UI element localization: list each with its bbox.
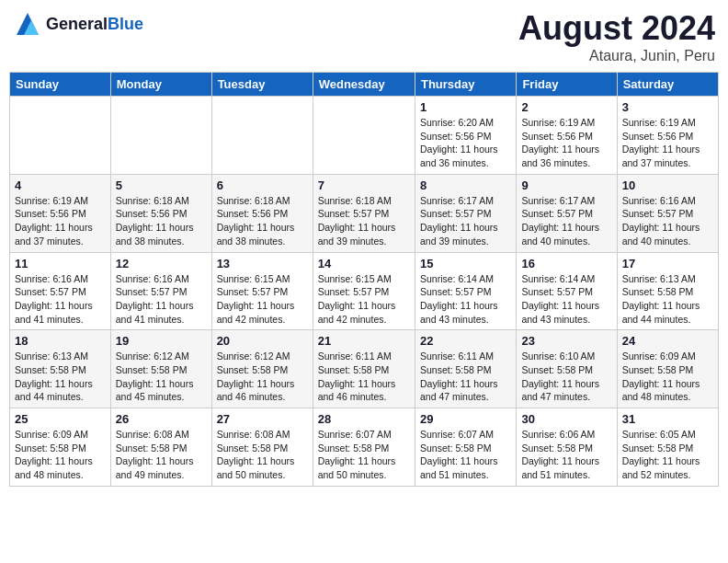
day-info: Sunrise: 6:15 AM Sunset: 5:57 PM Dayligh…	[318, 272, 410, 327]
day-info: Sunrise: 6:06 AM Sunset: 5:58 PM Dayligh…	[521, 428, 611, 482]
col-wednesday: Wednesday	[313, 73, 415, 97]
col-monday: Monday	[110, 73, 211, 97]
calendar-week-row: 11Sunrise: 6:16 AM Sunset: 5:57 PM Dayli…	[10, 252, 719, 330]
day-info: Sunrise: 6:18 AM Sunset: 5:56 PM Dayligh…	[116, 194, 207, 248]
calendar-week-row: 25Sunrise: 6:09 AM Sunset: 5:58 PM Dayli…	[10, 408, 719, 487]
day-info: Sunrise: 6:12 AM Sunset: 5:58 PM Dayligh…	[217, 350, 308, 404]
table-row: 17Sunrise: 6:13 AM Sunset: 5:58 PM Dayli…	[617, 252, 718, 330]
day-info: Sunrise: 6:08 AM Sunset: 5:58 PM Dayligh…	[217, 428, 308, 482]
logo-blue-text: Blue	[108, 15, 143, 33]
day-number: 11	[15, 257, 106, 270]
day-number: 27	[217, 412, 308, 426]
title-block: August 2024 Ataura, Junin, Peru	[518, 9, 715, 64]
day-number: 25	[15, 412, 106, 426]
day-info: Sunrise: 6:19 AM Sunset: 5:56 PM Dayligh…	[622, 116, 713, 170]
day-number: 5	[116, 178, 207, 192]
day-number: 14	[318, 257, 410, 270]
table-row: 7Sunrise: 6:18 AM Sunset: 5:57 PM Daylig…	[313, 174, 415, 252]
day-number: 19	[116, 334, 207, 348]
day-info: Sunrise: 6:18 AM Sunset: 5:57 PM Dayligh…	[318, 194, 410, 248]
day-number: 24	[622, 334, 713, 348]
day-info: Sunrise: 6:13 AM Sunset: 5:58 PM Dayligh…	[15, 350, 106, 404]
col-sunday: Sunday	[10, 73, 111, 97]
day-info: Sunrise: 6:17 AM Sunset: 5:57 PM Dayligh…	[521, 194, 611, 248]
col-friday: Friday	[517, 73, 617, 97]
table-row: 12Sunrise: 6:16 AM Sunset: 5:57 PM Dayli…	[110, 252, 211, 330]
day-number: 8	[420, 178, 511, 192]
day-number: 30	[521, 412, 611, 426]
day-number: 28	[318, 412, 410, 426]
table-row: 3Sunrise: 6:19 AM Sunset: 5:56 PM Daylig…	[617, 97, 718, 175]
day-info: Sunrise: 6:15 AM Sunset: 5:57 PM Dayligh…	[217, 272, 308, 327]
table-row: 29Sunrise: 6:07 AM Sunset: 5:58 PM Dayli…	[415, 408, 516, 487]
day-number: 13	[217, 257, 308, 270]
day-info: Sunrise: 6:09 AM Sunset: 5:58 PM Dayligh…	[622, 350, 713, 404]
table-row	[211, 97, 313, 175]
table-row: 14Sunrise: 6:15 AM Sunset: 5:57 PM Dayli…	[313, 252, 415, 330]
day-info: Sunrise: 6:17 AM Sunset: 5:57 PM Dayligh…	[420, 194, 511, 248]
page-header: GeneralBlue August 2024 Ataura, Junin, P…	[9, 9, 719, 64]
table-row: 16Sunrise: 6:14 AM Sunset: 5:57 PM Dayli…	[517, 252, 617, 330]
day-info: Sunrise: 6:09 AM Sunset: 5:58 PM Dayligh…	[15, 428, 106, 482]
table-row: 19Sunrise: 6:12 AM Sunset: 5:58 PM Dayli…	[110, 330, 211, 408]
day-number: 9	[521, 178, 611, 192]
table-row: 5Sunrise: 6:18 AM Sunset: 5:56 PM Daylig…	[110, 174, 211, 252]
day-number: 2	[521, 100, 611, 114]
table-row: 18Sunrise: 6:13 AM Sunset: 5:58 PM Dayli…	[10, 330, 111, 408]
calendar-header-row: Sunday Monday Tuesday Wednesday Thursday…	[10, 73, 719, 97]
table-row: 26Sunrise: 6:08 AM Sunset: 5:58 PM Dayli…	[110, 408, 211, 487]
table-row: 13Sunrise: 6:15 AM Sunset: 5:57 PM Dayli…	[211, 252, 313, 330]
day-number: 17	[622, 257, 713, 270]
day-info: Sunrise: 6:07 AM Sunset: 5:58 PM Dayligh…	[420, 428, 511, 482]
table-row: 2Sunrise: 6:19 AM Sunset: 5:56 PM Daylig…	[517, 97, 617, 175]
day-number: 15	[420, 257, 511, 270]
day-info: Sunrise: 6:14 AM Sunset: 5:57 PM Dayligh…	[420, 272, 511, 327]
table-row: 30Sunrise: 6:06 AM Sunset: 5:58 PM Dayli…	[517, 408, 617, 487]
table-row: 8Sunrise: 6:17 AM Sunset: 5:57 PM Daylig…	[415, 174, 516, 252]
day-info: Sunrise: 6:13 AM Sunset: 5:58 PM Dayligh…	[622, 272, 713, 327]
table-row: 1Sunrise: 6:20 AM Sunset: 5:56 PM Daylig…	[415, 97, 516, 175]
table-row: 10Sunrise: 6:16 AM Sunset: 5:57 PM Dayli…	[617, 174, 718, 252]
calendar-table: Sunday Monday Tuesday Wednesday Thursday…	[9, 72, 719, 487]
day-number: 20	[217, 334, 308, 348]
table-row: 9Sunrise: 6:17 AM Sunset: 5:57 PM Daylig…	[517, 174, 617, 252]
month-title: August 2024	[518, 9, 715, 48]
day-info: Sunrise: 6:10 AM Sunset: 5:58 PM Dayligh…	[521, 350, 611, 404]
table-row: 28Sunrise: 6:07 AM Sunset: 5:58 PM Dayli…	[313, 408, 415, 487]
day-number: 6	[217, 178, 308, 192]
day-number: 12	[116, 257, 207, 270]
day-info: Sunrise: 6:05 AM Sunset: 5:58 PM Dayligh…	[622, 428, 713, 482]
day-number: 29	[420, 412, 511, 426]
col-saturday: Saturday	[617, 73, 718, 97]
day-number: 21	[318, 334, 410, 348]
day-info: Sunrise: 6:07 AM Sunset: 5:58 PM Dayligh…	[318, 428, 410, 482]
day-info: Sunrise: 6:16 AM Sunset: 5:57 PM Dayligh…	[116, 272, 207, 327]
day-number: 7	[318, 178, 410, 192]
day-number: 18	[15, 334, 106, 348]
table-row: 4Sunrise: 6:19 AM Sunset: 5:56 PM Daylig…	[10, 174, 111, 252]
day-number: 23	[521, 334, 611, 348]
table-row: 31Sunrise: 6:05 AM Sunset: 5:58 PM Dayli…	[617, 408, 718, 487]
day-number: 4	[15, 178, 106, 192]
table-row: 25Sunrise: 6:09 AM Sunset: 5:58 PM Dayli…	[10, 408, 111, 487]
table-row: 24Sunrise: 6:09 AM Sunset: 5:58 PM Dayli…	[617, 330, 718, 408]
day-info: Sunrise: 6:14 AM Sunset: 5:57 PM Dayligh…	[521, 272, 611, 327]
calendar-week-row: 4Sunrise: 6:19 AM Sunset: 5:56 PM Daylig…	[10, 174, 719, 252]
day-info: Sunrise: 6:11 AM Sunset: 5:58 PM Dayligh…	[420, 350, 511, 404]
table-row: 27Sunrise: 6:08 AM Sunset: 5:58 PM Dayli…	[211, 408, 313, 487]
day-number: 1	[420, 100, 511, 114]
table-row: 11Sunrise: 6:16 AM Sunset: 5:57 PM Dayli…	[10, 252, 111, 330]
day-info: Sunrise: 6:20 AM Sunset: 5:56 PM Dayligh…	[420, 116, 511, 170]
day-info: Sunrise: 6:19 AM Sunset: 5:56 PM Dayligh…	[521, 116, 611, 170]
logo-icon	[13, 9, 42, 39]
day-info: Sunrise: 6:19 AM Sunset: 5:56 PM Dayligh…	[15, 194, 106, 248]
col-thursday: Thursday	[415, 73, 516, 97]
day-info: Sunrise: 6:18 AM Sunset: 5:56 PM Dayligh…	[217, 194, 308, 248]
table-row: 20Sunrise: 6:12 AM Sunset: 5:58 PM Dayli…	[211, 330, 313, 408]
day-number: 26	[116, 412, 207, 426]
day-info: Sunrise: 6:16 AM Sunset: 5:57 PM Dayligh…	[15, 272, 106, 327]
table-row	[313, 97, 415, 175]
col-tuesday: Tuesday	[211, 73, 313, 97]
day-info: Sunrise: 6:08 AM Sunset: 5:58 PM Dayligh…	[116, 428, 207, 482]
table-row	[10, 97, 111, 175]
